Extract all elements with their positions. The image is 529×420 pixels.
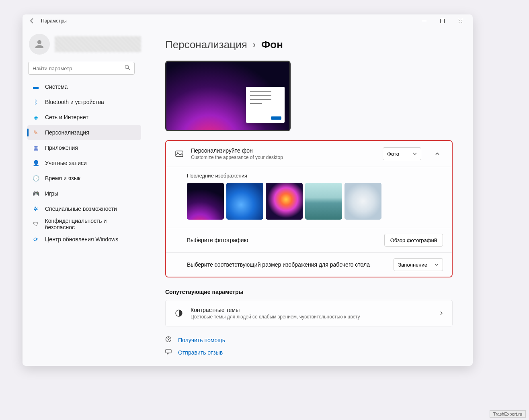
breadcrumb: Персонализация › Фон <box>165 39 453 51</box>
shield-icon: 🛡 <box>32 220 39 228</box>
help-link-text: Получить помощь <box>178 337 225 343</box>
svg-point-1 <box>125 65 129 69</box>
clock-icon: 🕑 <box>32 175 39 182</box>
nav-label: Учетные записи <box>45 160 87 166</box>
nav-label: Bluetooth и устройства <box>45 99 104 105</box>
sidebar-item-bluetooth[interactable]: ᛒBluetooth и устройства <box>27 95 141 109</box>
help-icon <box>165 336 172 344</box>
contrast-text: Контрастные темы Цветовые темы для людей… <box>191 307 432 320</box>
personalize-background-row: Персонализируйте фон Customize the appea… <box>166 141 452 167</box>
person-icon: 👤 <box>32 159 39 167</box>
watermark: TrashExpert.ru <box>490 410 526 418</box>
window-controls <box>415 14 470 27</box>
svg-rect-2 <box>176 151 183 157</box>
svg-rect-7 <box>166 349 171 353</box>
wallpaper-thumb-5[interactable] <box>344 183 381 220</box>
chevron-right-icon <box>439 310 443 317</box>
contrast-subtitle: Цветовые темы для людей со слабым зрение… <box>191 314 432 320</box>
nav-label: Персонализация <box>45 129 89 136</box>
accessibility-icon: ✲ <box>32 205 39 212</box>
sidebar-item-accessibility[interactable]: ✲Специальные возможности <box>27 202 141 216</box>
nav-label: Игры <box>45 190 58 197</box>
get-help-link[interactable]: Получить помощь <box>165 336 453 344</box>
chevron-right-icon: › <box>253 40 256 50</box>
sidebar-item-update[interactable]: ⟳Центр обновления Windows <box>27 232 141 247</box>
recent-images-section: Последние изображения <box>166 167 452 228</box>
sidebar-item-time[interactable]: 🕑Время и язык <box>27 171 141 186</box>
brush-icon: ✎ <box>32 129 39 136</box>
main-content: Персонализация › Фон Персонализируйте фо… <box>141 27 473 366</box>
avatar <box>29 34 50 55</box>
wallpaper-thumb-1[interactable] <box>187 183 224 220</box>
search-icon <box>125 65 130 72</box>
background-type-dropdown[interactable]: Фото <box>383 147 421 160</box>
wifi-icon: ◈ <box>32 114 39 121</box>
window-body: ▬Система ᛒBluetooth и устройства ◈Сеть и… <box>23 27 473 366</box>
contrast-icon <box>174 309 183 318</box>
titlebar: Параметры <box>23 14 473 27</box>
sidebar: ▬Система ᛒBluetooth и устройства ◈Сеть и… <box>23 27 141 366</box>
fit-label: Выберите соответствующий размер изображе… <box>187 261 394 268</box>
contrast-themes-card[interactable]: Контрастные темы Цветовые темы для людей… <box>165 300 453 326</box>
maximize-button[interactable] <box>433 14 451 27</box>
sidebar-item-network[interactable]: ◈Сеть и Интернет <box>27 110 141 124</box>
breadcrumb-parent[interactable]: Персонализация <box>165 39 247 51</box>
bluetooth-icon: ᛒ <box>32 98 39 106</box>
apps-icon: ▦ <box>32 144 39 151</box>
image-icon <box>175 149 184 158</box>
sidebar-item-accounts[interactable]: 👤Учетные записи <box>27 156 141 170</box>
wallpaper-thumb-2[interactable] <box>226 183 263 220</box>
personalize-subtitle: Customize the appearance of your desktop <box>191 155 375 160</box>
search-input[interactable] <box>33 65 125 71</box>
sidebar-item-privacy[interactable]: 🛡Конфиденциальность и безопаснос <box>27 217 141 231</box>
wallpaper-thumb-4[interactable] <box>305 183 342 220</box>
wallpaper-thumb-3[interactable] <box>266 183 303 220</box>
sidebar-item-personalization[interactable]: ✎Персонализация <box>27 125 141 140</box>
background-settings-panel: Персонализируйте фон Customize the appea… <box>165 140 453 277</box>
display-icon: ▬ <box>32 83 39 90</box>
chevron-down-icon <box>435 263 439 267</box>
personalize-title: Персонализируйте фон <box>191 147 375 154</box>
svg-point-6 <box>168 340 168 341</box>
sidebar-item-gaming[interactable]: 🎮Игры <box>27 186 141 201</box>
nav-list: ▬Система ᛒBluetooth и устройства ◈Сеть и… <box>27 80 141 247</box>
refresh-icon: ⟳ <box>32 236 39 243</box>
minimize-button[interactable] <box>415 14 433 27</box>
personalize-text: Персонализируйте фон Customize the appea… <box>191 147 375 160</box>
nav-label: Сеть и Интернет <box>45 114 88 120</box>
collapse-button[interactable] <box>432 148 443 159</box>
nav-label: Конфиденциальность и безопаснос <box>45 218 136 230</box>
related-settings-title: Сопутствующие параметры <box>165 289 453 295</box>
contrast-title: Контрастные темы <box>191 307 432 313</box>
nav-label: Приложения <box>45 145 78 151</box>
feedback-icon <box>165 349 172 356</box>
thumbnails-row <box>187 183 443 220</box>
chevron-down-icon <box>413 152 417 156</box>
dropdown-value: Фото <box>387 151 399 157</box>
sidebar-item-system[interactable]: ▬Система <box>27 80 141 94</box>
nav-label: Система <box>45 84 68 90</box>
browse-photos-button[interactable]: Обзор фотографий <box>384 234 443 247</box>
breadcrumb-current: Фон <box>261 39 283 51</box>
search-box[interactable] <box>28 62 135 75</box>
preview-window-mock <box>246 87 285 123</box>
choose-photo-row: Выберите фотографию Обзор фотографий <box>166 228 452 253</box>
recent-images-label: Последние изображения <box>187 173 443 179</box>
app-title: Параметры <box>41 18 67 24</box>
close-button[interactable] <box>451 14 470 27</box>
sidebar-item-apps[interactable]: ▦Приложения <box>27 141 141 155</box>
desktop-preview <box>165 61 291 131</box>
nav-label: Время и язык <box>45 175 80 181</box>
nav-label: Специальные возможности <box>45 206 117 212</box>
user-profile[interactable] <box>27 31 141 62</box>
feedback-link-text: Отправить отзыв <box>178 349 223 356</box>
feedback-link[interactable]: Отправить отзыв <box>165 349 453 356</box>
nav-label: Центр обновления Windows <box>45 236 118 243</box>
fit-dropdown[interactable]: Заполнение <box>394 258 443 271</box>
svg-rect-0 <box>441 19 445 23</box>
profile-name-blurred <box>55 36 141 52</box>
gamepad-icon: 🎮 <box>32 190 39 197</box>
back-button[interactable] <box>26 14 39 27</box>
fit-row: Выберите соответствующий размер изображе… <box>166 253 452 277</box>
fit-value: Заполнение <box>398 262 427 268</box>
